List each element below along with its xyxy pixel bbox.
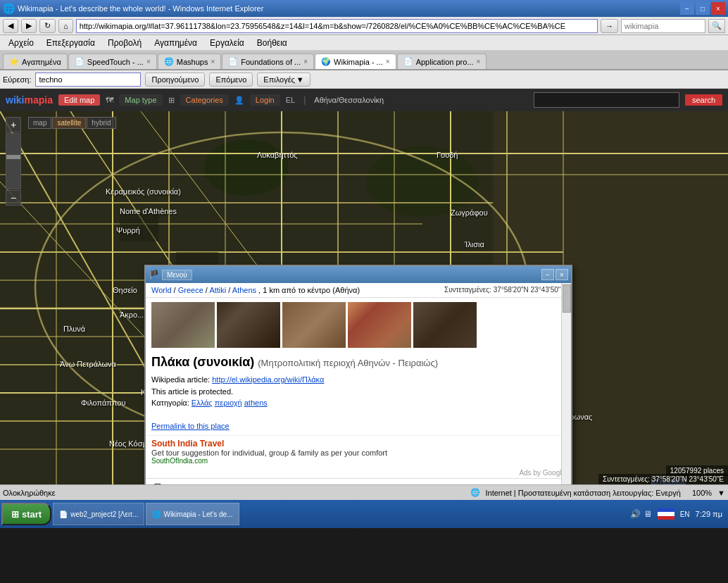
lang-label: EL bbox=[286, 96, 295, 104]
lang-label-taskbar: EN bbox=[680, 510, 690, 518]
back-button[interactable]: ◀ bbox=[3, 19, 18, 33]
wikimapia-search-button[interactable]: search bbox=[685, 94, 722, 106]
next-button[interactable]: Επόμενο bbox=[209, 73, 253, 87]
ie-icon-tab: 🌐 bbox=[164, 57, 174, 66]
map-container[interactable]: wikimapia Edit map 🗺 Map type ⊞ Categori… bbox=[0, 89, 728, 484]
options-button[interactable]: Επιλογές ▼ bbox=[257, 73, 310, 87]
taskbar-item-web2[interactable]: 📄 web2_project2 [Λειτ... bbox=[53, 503, 144, 525]
scrollbar-thumb[interactable] bbox=[563, 284, 571, 313]
page-icon-0: 📄 bbox=[75, 57, 84, 66]
flag-icon bbox=[658, 508, 674, 520]
photo-thumb-1[interactable] bbox=[151, 302, 215, 348]
wikimapia-logo: wikimapia bbox=[6, 94, 53, 106]
zoom-text: 100% bbox=[692, 489, 712, 497]
tab-mashups[interactable]: 🌐 Mashups × bbox=[158, 54, 221, 69]
home-button[interactable]: ⌂ bbox=[58, 19, 73, 33]
satellite-view-button[interactable]: satellite bbox=[52, 117, 86, 129]
go-button[interactable]: → bbox=[601, 19, 618, 33]
city-display: Αθήνα/Θεσσαλονίκη bbox=[314, 96, 384, 104]
search-label: Εύρεση: bbox=[3, 75, 31, 84]
breadcrumb-greece[interactable]: Greece bbox=[178, 286, 203, 294]
popup-photos bbox=[146, 298, 571, 352]
popup-close-button[interactable]: × bbox=[556, 269, 568, 280]
photo-thumb-4[interactable] bbox=[348, 302, 411, 348]
category-link-athens[interactable]: athens bbox=[244, 399, 268, 407]
map-type-button[interactable]: Map type bbox=[119, 94, 162, 106]
photo-thumb-3[interactable] bbox=[282, 302, 346, 348]
ie-icon: 🌐 bbox=[3, 3, 15, 14]
ad-title[interactable]: South India Travel bbox=[151, 439, 565, 449]
zoom-slider[interactable] bbox=[6, 133, 21, 189]
taskbar-clock: 7:29 πμ bbox=[696, 510, 722, 518]
toolbar: Εύρεση: Προηγούμενο Επόμενο Επιλογές ▼ bbox=[0, 70, 728, 89]
breadcrumb-world[interactable]: World bbox=[151, 286, 172, 294]
title-bar-controls[interactable]: − □ × bbox=[680, 2, 725, 15]
tab-wikimapia[interactable]: 🌍 Wikimapia - ... × bbox=[315, 54, 396, 69]
taskbar-right: 🔊 🖥 EN 7:29 πμ bbox=[626, 508, 727, 520]
grid-icon: ⊞ bbox=[168, 96, 175, 105]
menu-view[interactable]: Προβολή bbox=[102, 37, 147, 49]
maximize-button[interactable]: □ bbox=[696, 2, 710, 15]
hybrid-view-button[interactable]: hybrid bbox=[87, 117, 115, 129]
wikimapia-icon: 🌍 bbox=[321, 57, 331, 66]
tab-close-1[interactable]: × bbox=[211, 58, 215, 65]
map-icon: 🗺 bbox=[106, 96, 113, 104]
popup-ad-section: South India Travel Get tour suggestion f… bbox=[146, 435, 571, 468]
refresh-button[interactable]: ↻ bbox=[39, 19, 56, 33]
wikimapia-search-input[interactable] bbox=[534, 92, 679, 108]
popup-footer: 💬 σχόλια τόπου bbox=[146, 478, 571, 485]
popup-minimize-button[interactable]: − bbox=[541, 269, 554, 280]
map-view-button[interactable]: map bbox=[28, 117, 51, 129]
tab-close-4[interactable]: × bbox=[477, 58, 481, 65]
popup-title-secondary: (Μητροπολιτική περιοχή Αθηνών - Πειραιώς… bbox=[258, 358, 438, 368]
tab-application[interactable]: 📄 Application pro... × bbox=[397, 54, 487, 69]
tab-close-0[interactable]: × bbox=[146, 58, 151, 65]
breadcrumb-athens[interactable]: Athens bbox=[232, 286, 256, 294]
categories-button[interactable]: Categories bbox=[180, 94, 229, 106]
star-icon: ⭐ bbox=[9, 57, 19, 66]
popup-scrollbar[interactable] bbox=[561, 283, 571, 484]
menu-tools[interactable]: Εργαλεία bbox=[204, 37, 250, 49]
popup-controls: − × bbox=[541, 269, 568, 280]
tab-favorites[interactable]: ⭐ Αγαπημένα bbox=[3, 54, 68, 69]
zoom-in-button[interactable]: + bbox=[6, 117, 21, 132]
tab-foundations[interactable]: 📄 Foundations of ... × bbox=[222, 54, 314, 69]
search-input[interactable] bbox=[35, 73, 141, 87]
permalink[interactable]: Permalink to this place bbox=[151, 422, 230, 430]
tab-close-2[interactable]: × bbox=[303, 58, 308, 65]
popup-title: Πλάκα (συνοικία) (Μητροπολιτική περιοχή … bbox=[146, 352, 571, 371]
photo-thumb-5[interactable] bbox=[413, 302, 477, 348]
popup-header: 🏴 Μενού − × bbox=[146, 266, 571, 283]
tab-speedtouch[interactable]: 📄 SpeedTouch - ... × bbox=[68, 54, 157, 69]
category-link-ellas[interactable]: Ελλάς bbox=[192, 399, 213, 407]
breadcrumb-attiki[interactable]: Attiki bbox=[209, 286, 226, 294]
photo-thumb-2[interactable] bbox=[217, 302, 280, 348]
ad-link[interactable]: SouthOfIndia.com bbox=[151, 457, 565, 465]
search-go-button[interactable]: 🔍 bbox=[708, 19, 725, 33]
forward-button[interactable]: ▶ bbox=[21, 19, 37, 33]
login-button[interactable]: Login bbox=[250, 94, 280, 106]
comment-icon: 💬 bbox=[151, 483, 163, 485]
menu-help[interactable]: Βοήθεια bbox=[251, 37, 293, 49]
prev-button[interactable]: Προηγούμενο bbox=[145, 73, 205, 87]
search-box-right[interactable] bbox=[621, 19, 705, 33]
chevron-down-icon: ▼ bbox=[296, 75, 304, 84]
start-button[interactable]: ⊞ start bbox=[1, 503, 51, 525]
address-input[interactable] bbox=[76, 19, 598, 33]
category-link-periochi[interactable]: περιοχή bbox=[215, 399, 242, 407]
wikipedia-link[interactable]: http://el.wikipedia.org/wiki/Πλάκα bbox=[212, 375, 324, 384]
menu-file[interactable]: Αρχείο bbox=[3, 37, 39, 49]
popup-title-main: Πλάκα (συνοικία) bbox=[151, 355, 254, 369]
minimize-button[interactable]: − bbox=[680, 2, 694, 15]
close-button[interactable]: × bbox=[711, 2, 725, 15]
map-background: wikimapia Edit map 🗺 Map type ⊞ Categori… bbox=[0, 89, 728, 484]
zoom-slider-handle[interactable] bbox=[6, 155, 20, 159]
menu-edit[interactable]: Επεξεργασία bbox=[41, 37, 101, 49]
zoom-button[interactable]: ▼ bbox=[717, 489, 725, 497]
popup-menu-button[interactable]: Μενού bbox=[162, 270, 192, 280]
menu-favorites[interactable]: Αγαπημένα bbox=[149, 37, 203, 49]
tab-close-3[interactable]: × bbox=[386, 58, 390, 65]
taskbar-item-wikimapia[interactable]: 🌐 Wikimapia - Let's de... bbox=[146, 503, 239, 525]
edit-map-button[interactable]: Edit map bbox=[58, 94, 100, 106]
zoom-out-button[interactable]: − bbox=[6, 190, 21, 206]
